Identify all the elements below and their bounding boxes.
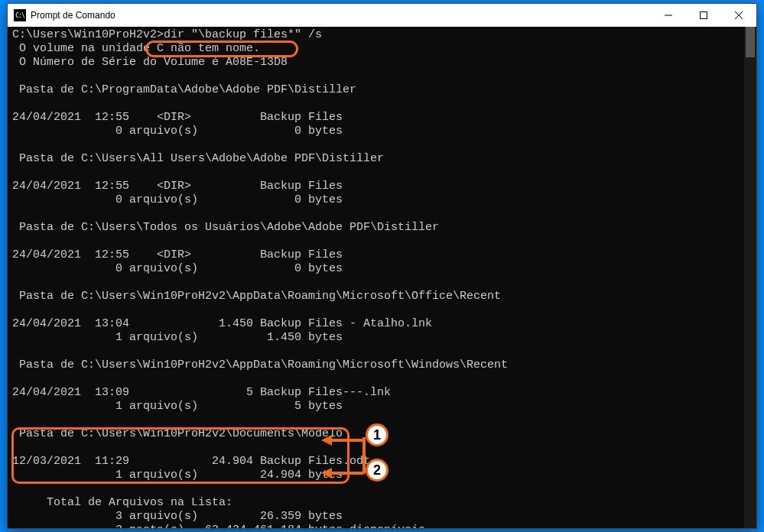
output-folder: Pasta de C:\Users\Win10ProH2v2\AppData\R… xyxy=(12,290,501,303)
terminal-output[interactable]: C:\Users\Win10ProH2v2>dir "\backup files… xyxy=(8,27,756,528)
output-line: O volume na unidade C não tem nome. xyxy=(12,42,260,55)
output-entry: 12/03/2021 11:29 24.904 Backup Files.odt xyxy=(12,455,370,468)
output-total: 3 arquivo(s) 26.359 bytes xyxy=(12,510,343,523)
output-entry: 24/04/2021 12:55 <DIR> Backup Files xyxy=(12,111,343,124)
output-entry: 24/04/2021 13:04 1.450 Backup Files - At… xyxy=(12,317,432,330)
minimize-icon xyxy=(665,11,672,19)
maximize-icon xyxy=(700,11,707,19)
output-entry: 1 arquivo(s) 1.450 bytes xyxy=(12,331,343,344)
output-folder: Pasta de C:\Users\Win10ProH2v2\AppData\R… xyxy=(12,358,508,371)
command-prompt-window: C:\ Prompt de Comando C:\Users\Win10ProH… xyxy=(7,3,757,529)
prompt-line: C:\Users\Win10ProH2v2>dir "\backup files… xyxy=(12,28,322,41)
minimize-button[interactable] xyxy=(651,4,686,27)
output-folder: Pasta de C:\Users\All Users\Adobe\Adobe … xyxy=(12,152,384,165)
output-folder: Pasta de C:\Users\Todos os Usuários\Adob… xyxy=(12,221,439,234)
output-entry: 24/04/2021 12:55 <DIR> Backup Files xyxy=(12,248,343,261)
output-entry: 0 arquivo(s) 0 bytes xyxy=(12,125,343,138)
scrollbar-thumb[interactable] xyxy=(746,27,755,57)
prompt-prefix: C:\Users\Win10ProH2v2> xyxy=(12,28,164,41)
close-button[interactable] xyxy=(721,4,756,27)
output-total: Total de Arquivos na Lista: xyxy=(12,496,232,509)
close-icon xyxy=(735,11,743,19)
output-entry: 24/04/2021 12:55 <DIR> Backup Files xyxy=(12,180,343,193)
output-folder: Pasta de C:\ProgramData\Adobe\Adobe PDF\… xyxy=(12,83,356,96)
maximize-button[interactable] xyxy=(686,4,721,27)
output-entry: 24/04/2021 13:09 5 Backup Files---.lnk xyxy=(12,386,391,399)
window-controls xyxy=(651,4,756,27)
output-folder: Pasta de C:\Users\Win10ProH2v2\Documents… xyxy=(12,427,343,440)
output-entry: 1 arquivo(s) 24.904 bytes xyxy=(12,469,343,482)
output-line: O Número de Série do Volume é A08E-13D8 xyxy=(12,56,288,69)
output-entry: 0 arquivo(s) 0 bytes xyxy=(12,193,343,206)
cmd-icon: C:\ xyxy=(14,9,26,21)
output-entry: 1 arquivo(s) 5 bytes xyxy=(12,400,343,413)
terminal-scrollbar[interactable] xyxy=(744,27,756,528)
prompt-command: dir "\backup files*" /s xyxy=(164,28,322,41)
window-title: Prompt de Comando xyxy=(31,10,651,21)
output-entry: 0 arquivo(s) 0 bytes xyxy=(12,262,343,275)
svg-rect-1 xyxy=(701,12,707,19)
output-total: 3 pasta(s) 63.434.461.184 bytes disponív… xyxy=(12,524,425,528)
window-titlebar[interactable]: C:\ Prompt de Comando xyxy=(8,4,756,27)
cmd-icon-text: C:\ xyxy=(15,12,24,19)
